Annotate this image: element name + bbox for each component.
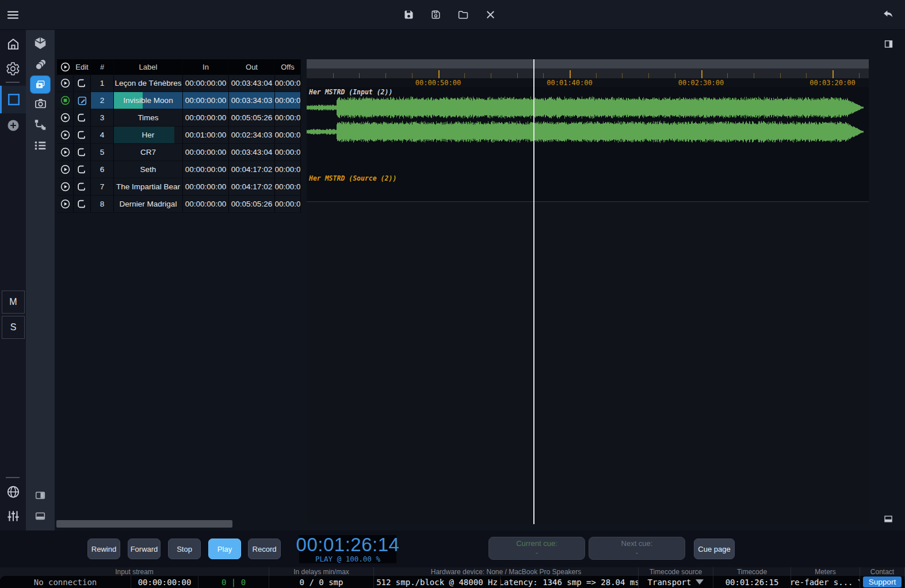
- timeline-overview-bar[interactable]: [307, 59, 869, 68]
- table-row[interactable]: 7The Impartial Bear00:00:00:0000:04:17:0…: [57, 178, 301, 196]
- row-play-button[interactable]: [57, 75, 74, 91]
- table-row[interactable]: 2Invisible Moon00:00:00:0000:03:34:0300:…: [57, 92, 301, 109]
- rewind-button[interactable]: Rewind: [87, 539, 120, 559]
- settings-gear-icon[interactable]: [0, 62, 26, 76]
- table-row[interactable]: 4Her00:01:00:0000:02:34:0300:00:0: [57, 127, 301, 144]
- current-cue-button[interactable]: Current cue: -: [488, 537, 585, 560]
- mute-button[interactable]: M: [2, 291, 25, 314]
- row-play-button[interactable]: [57, 178, 74, 195]
- row-offset: 00:00:0: [275, 75, 301, 91]
- row-out: 00:05:05:26: [229, 109, 275, 126]
- flow-icon[interactable]: [26, 117, 55, 132]
- row-edit-button[interactable]: [74, 178, 91, 195]
- row-play-button[interactable]: [57, 144, 74, 161]
- home-icon[interactable]: [0, 37, 26, 52]
- split-horizontal-icon[interactable]: [26, 510, 55, 522]
- column-number-header[interactable]: #: [91, 59, 114, 75]
- row-edit-button[interactable]: [74, 127, 91, 143]
- row-in: 00:00:00:00: [183, 178, 229, 195]
- panel-bottom-toggle-icon[interactable]: [883, 514, 894, 524]
- record-button[interactable]: Record: [248, 539, 281, 559]
- row-edit-button[interactable]: [74, 144, 91, 161]
- ruler-timecode-label: 00:02:30:00: [678, 79, 724, 87]
- row-edit-button[interactable]: [74, 196, 91, 212]
- layers-icon[interactable]: [26, 58, 55, 72]
- row-stop-button[interactable]: [57, 92, 74, 109]
- forward-button[interactable]: Forward: [128, 539, 161, 559]
- stop-button[interactable]: Stop: [168, 539, 201, 559]
- ruler-minor-tick: [859, 73, 860, 78]
- table-row[interactable]: 6Seth00:00:00:0000:04:17:0200:00:0: [57, 161, 301, 178]
- status-header: Timecode: [713, 567, 791, 576]
- play-button[interactable]: Play: [208, 539, 241, 559]
- column-offset-header[interactable]: Offs: [275, 59, 301, 75]
- play-circle-icon: [60, 164, 71, 175]
- undo-icon[interactable]: [881, 8, 895, 21]
- edit-bracket-icon: [77, 78, 87, 89]
- column-edit-header[interactable]: Edit: [74, 59, 91, 75]
- ruler-major-tick: [833, 70, 834, 78]
- row-edit-button[interactable]: [74, 161, 91, 178]
- faders-icon[interactable]: [0, 509, 26, 524]
- row-play-button[interactable]: [57, 127, 74, 143]
- next-cue-label: Next cue:: [621, 539, 653, 548]
- list-icon[interactable]: [26, 138, 55, 153]
- ruler-minor-tick: [359, 73, 360, 78]
- sidebar-item-playlist[interactable]: [30, 76, 50, 93]
- close-icon[interactable]: [484, 9, 497, 21]
- support-pill[interactable]: Support: [863, 576, 902, 587]
- cube-icon[interactable]: [26, 36, 55, 51]
- open-folder-icon[interactable]: [457, 9, 469, 21]
- timeline-ruler-labels: 00:00:50:0000:01:40:0000:02:30:0000:03:2…: [307, 78, 869, 87]
- ruler-minor-tick: [491, 73, 491, 78]
- edit-pencil-icon: [77, 95, 88, 106]
- save-icon[interactable]: [403, 9, 415, 21]
- row-number: 1: [91, 75, 114, 91]
- row-edit-button[interactable]: [74, 75, 91, 91]
- table-row[interactable]: 1Leçon de Ténèbres00:00:00:0000:03:43:04…: [57, 75, 301, 92]
- save-as-icon[interactable]: [430, 9, 442, 21]
- table-row[interactable]: 5CR700:00:00:0000:03:43:0400:00:0: [57, 144, 301, 161]
- ruler-minor-tick: [780, 73, 781, 78]
- ruler-minor-tick: [727, 73, 728, 78]
- table-horizontal-scrollbar[interactable]: [56, 520, 232, 528]
- timeline-tracks: Her MSTRD (Input (2)) Her MSTRD (Source …: [307, 87, 869, 201]
- support-button[interactable]: Support: [860, 576, 905, 588]
- timecode-source-select-text: Transport: [648, 578, 692, 587]
- camera-icon[interactable]: [26, 97, 55, 110]
- edit-bracket-icon: [77, 164, 87, 175]
- row-out: 00:03:43:04: [229, 144, 275, 161]
- solo-button[interactable]: S: [2, 316, 25, 339]
- menu-icon[interactable]: [6, 8, 20, 22]
- timecode-source-select[interactable]: Transport: [639, 576, 713, 588]
- row-offset: 00:00:0: [275, 178, 301, 195]
- column-out-header[interactable]: Out: [229, 59, 275, 75]
- sidebar-item-square-view[interactable]: [0, 86, 26, 113]
- row-edit-button[interactable]: [74, 92, 91, 109]
- cue-page-button[interactable]: Cue page: [694, 539, 735, 559]
- in-delays-value: 0 / 0 smp: [269, 576, 374, 588]
- meters-select[interactable]: Pre-fader s...: [791, 576, 860, 588]
- column-in-header[interactable]: In: [183, 59, 229, 75]
- panel-right-toggle-icon[interactable]: [883, 39, 894, 49]
- column-label-header[interactable]: Label: [114, 59, 183, 75]
- outer-sidebar: MS: [0, 30, 26, 588]
- dropdown-arrow-icon[interactable]: [696, 579, 704, 585]
- row-play-button[interactable]: [57, 161, 74, 178]
- input-stream-counters-text: 0 | 0: [222, 578, 246, 587]
- waveform-canvas[interactable]: [307, 96, 869, 144]
- next-cue-button[interactable]: Next cue: -: [589, 537, 685, 560]
- add-circle-icon[interactable]: [0, 119, 26, 132]
- table-row[interactable]: 8Dernier Madrigal00:00:00:0000:05:05:260…: [57, 196, 301, 213]
- row-edit-button[interactable]: [74, 109, 91, 126]
- playhead-cursor[interactable]: [533, 59, 534, 524]
- split-vertical-icon[interactable]: [26, 489, 55, 502]
- table-row[interactable]: 3Times00:00:00:0000:05:05:2600:00:0: [57, 109, 301, 127]
- column-play-header[interactable]: [57, 59, 74, 75]
- globe-icon[interactable]: [0, 484, 26, 499]
- status-header: Input stream: [0, 567, 269, 576]
- stop-circle-icon: [60, 95, 71, 106]
- row-play-button[interactable]: [57, 196, 74, 212]
- edit-bracket-icon: [77, 147, 87, 158]
- row-play-button[interactable]: [57, 109, 74, 126]
